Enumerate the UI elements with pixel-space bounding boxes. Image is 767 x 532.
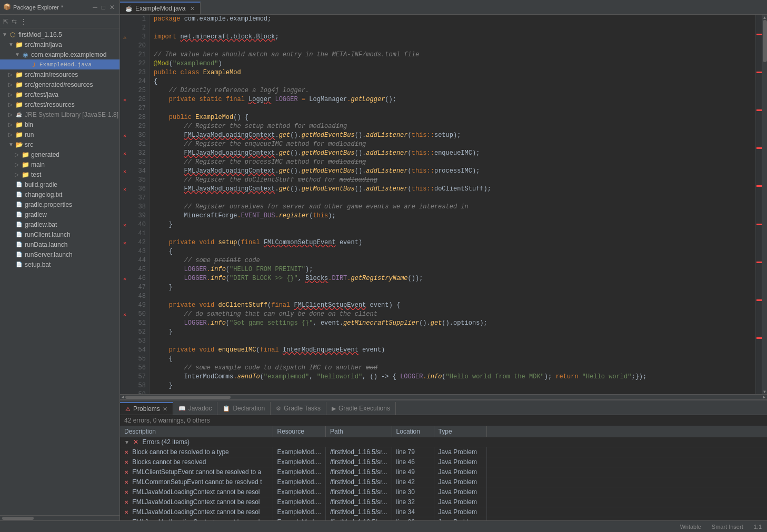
tab-gradle-tasks[interactable]: ⚙ Gradle Tasks (271, 402, 326, 415)
maximize-panel-button[interactable]: □ (100, 3, 107, 12)
table-row[interactable]: ✕ FMLCommonSetupEvent cannot be resolved… (120, 477, 767, 487)
tab-declaration[interactable]: 📋 Declaration (217, 402, 271, 415)
tree-label: main (31, 161, 45, 168)
tree-item-srcTestRes[interactable]: ▷ 📁 src/test/resources (0, 99, 119, 109)
tab-gradle-executions[interactable]: ▶ Gradle Executions (326, 402, 396, 415)
package-explorer-panel: 📦 Package Explorer * ─ □ ✕ ⇱ ⇆ ⋮ (0, 0, 120, 520)
gutter-error-34[interactable]: ✕ (120, 310, 130, 319)
tree-item-jre[interactable]: ▷ ☕ JRE System Library [JavaSE-1.8] (0, 109, 119, 119)
error-group-row[interactable]: ▼ ✕ Errors (42 items) (120, 437, 767, 447)
tree-item-runClient[interactable]: 📄 runClient.launch (0, 229, 119, 239)
close-panel-button[interactable]: ✕ (108, 3, 116, 12)
tree-item-gradleProps[interactable]: 📄 gradle.properties (0, 199, 119, 209)
tree-item-setupBat[interactable]: 📄 setup.bat (0, 259, 119, 269)
col-header-type: Type (434, 426, 486, 437)
gutter-error-14[interactable]: ✕ (120, 131, 130, 140)
arrow-icon: ▼ (15, 52, 21, 57)
gutter-line-4 (120, 42, 130, 51)
line-num-31: 31 (132, 140, 146, 149)
collapse-all-button[interactable]: ⇱ (2, 17, 9, 26)
table-row[interactable]: ✕ FMLJavaModLoadingContext cannot be res… (120, 507, 767, 517)
tree-item-src[interactable]: ▼ 📂 src (0, 139, 119, 149)
gutter-error-24[interactable]: ✕ (120, 220, 130, 229)
panel-title: Package Explorer (13, 4, 59, 11)
gutter-error-26[interactable]: ✕ (120, 238, 130, 247)
tree-item-srcTestJava[interactable]: ▷ 📁 src/test/java (0, 89, 119, 99)
scrollbar-track[interactable] (762, 20, 767, 389)
tree-item-runData[interactable]: 📄 runData.launch (0, 239, 119, 249)
problems-close-btn[interactable]: ✕ (163, 406, 167, 413)
line-num-33: 33 (132, 158, 146, 167)
scrollbar-down-button[interactable]: ▼ (762, 389, 767, 394)
tree-item-srcGenRes[interactable]: ▷ 📁 src/generated/resources (0, 79, 119, 89)
h-scrollbar-thumb[interactable] (2, 517, 34, 520)
tab-javadoc[interactable]: 📖 Javadoc (173, 402, 218, 415)
tree-item-firstMod[interactable]: ▼ ⬡ firstMod_1.16.5 (0, 29, 119, 39)
line-num-54: 54 (132, 346, 146, 355)
h-scroll-right[interactable]: ▶ (762, 395, 767, 400)
tree-item-examplemod-java[interactable]: J ExampleMod.java (0, 59, 119, 69)
editor-tabs-bar: ☕ ExampleMod.java ✕ (120, 0, 767, 15)
gutter-line-21 (120, 194, 130, 203)
tree-label: gradle.properties (25, 201, 72, 208)
arrow-icon: ▷ (8, 92, 15, 97)
explorer-scrollbar-h[interactable] (0, 515, 119, 520)
gutter-error-10[interactable]: ✕ (120, 95, 130, 104)
problems-table-container[interactable]: Description Resource Path Location Type (120, 426, 767, 520)
scrollbar-up-button[interactable]: ▲ (762, 15, 767, 20)
table-row[interactable]: ✕ FMLClientSetupEvent cannot be resolved… (120, 467, 767, 477)
explorer-toolbar: ⇱ ⇆ ⋮ (0, 15, 119, 28)
tree-item-srcMainRes[interactable]: ▷ 📁 src/main/resources (0, 69, 119, 79)
tree-item-gradlewBat[interactable]: 📄 gradlew.bat (0, 219, 119, 229)
tree-item-main[interactable]: ▷ 📁 main (0, 159, 119, 169)
tree-item-package[interactable]: ▼ ◉ com.example.examplemod (0, 49, 119, 59)
link-editor-button[interactable]: ⇆ (11, 17, 18, 26)
tree-item-run[interactable]: ▷ 📁 run (0, 129, 119, 139)
tree-item-gradlew[interactable]: 📄 gradlew (0, 209, 119, 219)
gutter-error-18[interactable]: ✕ (120, 167, 130, 176)
err-icon: ✕ (124, 459, 128, 465)
gutter-error-16[interactable]: ✕ (120, 149, 130, 158)
h-scroll-thumb[interactable] (125, 396, 231, 399)
table-row[interactable]: ✕ Block cannot be resolved to a type Exa… (120, 447, 767, 457)
problems-summary: 42 errors, 0 warnings, 0 others (120, 415, 767, 426)
line-num-42: 42 (132, 238, 146, 247)
tree-item-bin[interactable]: ▷ 📁 bin (0, 119, 119, 129)
tree-item-srcMainJava[interactable]: ▼ 📁 src/main/java (0, 39, 119, 49)
explorer-tree[interactable]: ▼ ⬡ firstMod_1.16.5 ▼ 📁 src/main/java ▼ … (0, 28, 119, 515)
view-menu-button[interactable]: ⋮ (19, 16, 28, 26)
tab-problems[interactable]: ⚠ Problems ✕ (120, 402, 173, 415)
tab-close-button[interactable]: ✕ (190, 5, 195, 12)
h-scroll-left[interactable]: ◀ (120, 395, 125, 400)
vertical-scrollbar[interactable]: ▲ ▼ (762, 15, 767, 394)
gutter-error-20[interactable]: ✕ (120, 185, 130, 194)
tree-item-buildGradle[interactable]: 📄 build.gradle (0, 179, 119, 189)
gutter-error-30[interactable]: ✕ (120, 274, 130, 283)
margin-mark-8 (756, 299, 762, 301)
editor-tab-examplemod[interactable]: ☕ ExampleMod.java ✕ (120, 2, 201, 14)
code-scrollbar-h[interactable]: ◀ ▶ (120, 394, 767, 399)
table-row[interactable]: ✕ Blocks cannot be resolved ExampleMod..… (120, 457, 767, 467)
tree-item-generated[interactable]: ▷ 📁 generated (0, 149, 119, 159)
gutter-line-11 (120, 104, 130, 113)
gutter-error-3[interactable]: ⚠ (120, 33, 130, 42)
tree-item-test[interactable]: ▷ 📁 test (0, 169, 119, 179)
gradle-tasks-icon: ⚙ (276, 405, 281, 412)
tree-item-runServer[interactable]: 📄 runServer.launch (0, 249, 119, 259)
table-row[interactable]: ✕ FMLJavaModLoadingContext cannot be res… (120, 487, 767, 497)
lib-icon: ☕ (15, 112, 23, 117)
h-scroll-track[interactable] (125, 395, 762, 399)
scrollbar-thumb[interactable] (763, 20, 767, 62)
table-row[interactable]: ✕ FMLJavaModLoadingContext cannot be res… (120, 497, 767, 507)
gradle-exec-tab-label: Gradle Executions (338, 405, 390, 412)
tree-item-changelog[interactable]: 📄 changelog.txt (0, 189, 119, 199)
code-line-31: // Register the enqueueIMC method for mo… (154, 140, 751, 149)
minimize-panel-button[interactable]: ─ (91, 3, 99, 12)
arrow-icon: ▷ (8, 72, 15, 77)
col-header-location: Location (392, 426, 434, 437)
code-line-48 (154, 292, 751, 301)
code-line-3: import net.minecraft.block.Block; (154, 33, 751, 42)
problems-tab-label: Problems (133, 405, 160, 413)
code-body[interactable]: package com.example.examplemod; import n… (150, 15, 755, 394)
tree-label: src/test/resources (25, 101, 75, 108)
